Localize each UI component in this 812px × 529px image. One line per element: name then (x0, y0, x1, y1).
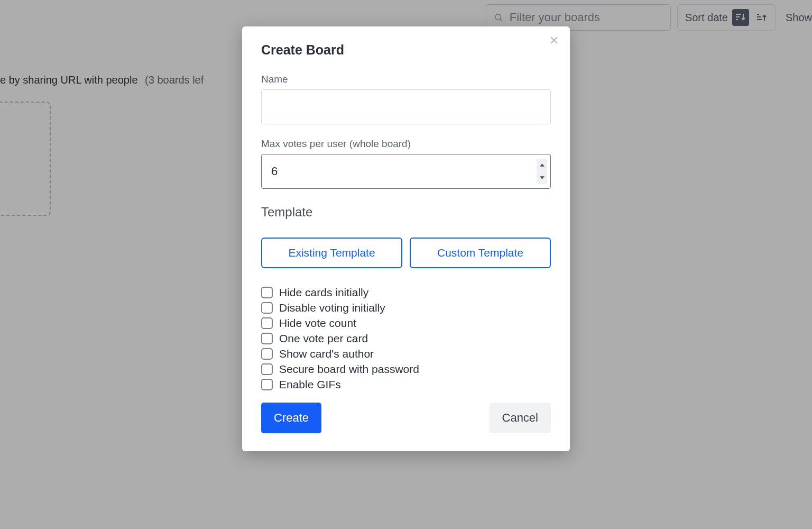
option-disable-voting: Disable voting initially (261, 302, 551, 314)
checkbox-one-vote[interactable] (261, 333, 273, 344)
name-label: Name (261, 74, 551, 85)
modal-actions: Create Cancel (261, 403, 551, 433)
max-votes-label: Max votes per user (whole board) (261, 138, 551, 150)
spinner-buttons (537, 159, 547, 184)
option-hide-vote-count: Hide vote count (261, 317, 551, 330)
option-label: Hide vote count (279, 317, 356, 330)
checkbox-secure-password[interactable] (261, 363, 273, 375)
spinner-up-icon[interactable] (537, 159, 547, 171)
option-label: Disable voting initially (279, 302, 385, 314)
spinner-down-icon[interactable] (537, 171, 547, 184)
option-enable-gifs: Enable GIFs (261, 378, 551, 391)
option-one-vote: One vote per card (261, 332, 551, 345)
max-votes-value: 6 (271, 165, 537, 178)
checkbox-enable-gifs[interactable] (261, 379, 273, 390)
option-hide-cards: Hide cards initially (261, 286, 551, 299)
options-list: Hide cards initially Disable voting init… (261, 286, 551, 391)
option-secure-password: Secure board with password (261, 363, 551, 376)
template-buttons: Existing Template Custom Template (261, 238, 551, 268)
create-board-modal: Create Board Name Max votes per user (wh… (242, 26, 570, 451)
option-label: Show card's author (279, 348, 374, 360)
existing-template-button[interactable]: Existing Template (261, 238, 402, 268)
option-label: One vote per card (279, 332, 368, 345)
template-section-title: Template (261, 205, 551, 220)
checkbox-hide-vote-count[interactable] (261, 317, 273, 329)
option-label: Secure board with password (279, 363, 419, 376)
checkbox-hide-cards[interactable] (261, 287, 273, 298)
max-votes-spinner[interactable]: 6 (261, 154, 551, 189)
option-label: Enable GIFs (279, 378, 341, 391)
name-input[interactable] (261, 89, 551, 124)
custom-template-button[interactable]: Custom Template (410, 238, 551, 268)
close-icon[interactable] (548, 34, 560, 47)
cancel-button[interactable]: Cancel (490, 403, 551, 433)
modal-title: Create Board (261, 42, 551, 58)
option-show-author: Show card's author (261, 348, 551, 360)
option-label: Hide cards initially (279, 286, 368, 299)
checkbox-show-author[interactable] (261, 348, 273, 360)
checkbox-disable-voting[interactable] (261, 302, 273, 314)
create-button[interactable]: Create (261, 403, 321, 433)
